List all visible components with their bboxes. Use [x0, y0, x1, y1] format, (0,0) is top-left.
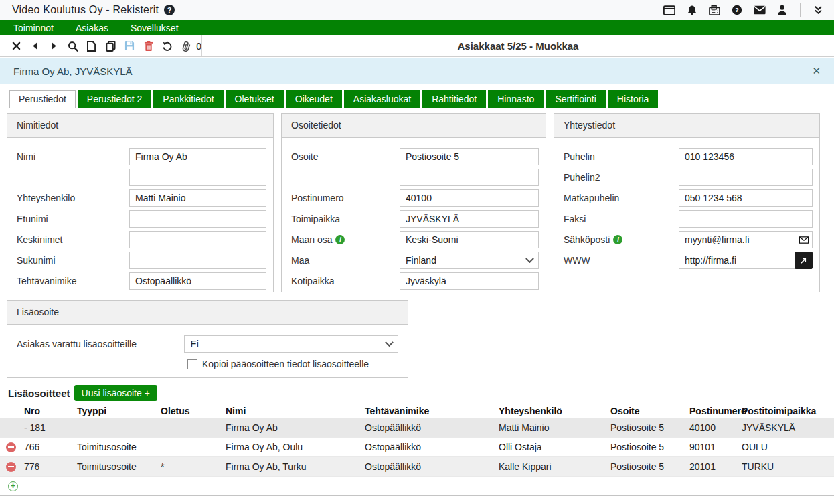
titlebar-icons: ?: [663, 3, 823, 17]
postinumero-label: Postinumero: [291, 193, 400, 203]
add-row: +: [0, 477, 834, 496]
tab-rahtitiedot[interactable]: Rahtitiedot: [422, 90, 486, 108]
infobar-close-icon[interactable]: ✕: [812, 65, 821, 77]
matkapuhelin-input[interactable]: [679, 189, 813, 207]
nimi-input[interactable]: [129, 148, 266, 165]
cell-tyyppi: Toimitusosoite: [74, 442, 157, 452]
col-oletus: Oletus: [157, 406, 226, 416]
user-icon[interactable]: [777, 5, 787, 15]
copy-record-icon[interactable]: [101, 37, 120, 55]
mail-icon[interactable]: [754, 5, 766, 15]
menu-toiminnot[interactable]: Toiminnot: [13, 23, 54, 33]
titlebar: Video Koulutus Oy - Rekisterit ? ?: [0, 0, 834, 20]
maa-select[interactable]: Finland: [400, 252, 539, 269]
sahkoposti-input[interactable]: [679, 231, 795, 248]
puhelin-input[interactable]: [679, 148, 813, 165]
keskinimet-input[interactable]: [129, 231, 266, 248]
www-label: WWW: [564, 255, 679, 266]
table-row[interactable]: 776 Toimitusosoite * Firma Oy Ab, Turku …: [0, 457, 834, 477]
panels-row: Nimitiedot Nimi Yhteyshenkilö Etunimi Ke…: [7, 113, 834, 292]
open-link-button[interactable]: [795, 252, 813, 269]
cell-tehtavanimike: Ostopäällikkö: [365, 422, 499, 433]
cell-oletus: *: [157, 461, 226, 472]
osoite2-input[interactable]: [400, 169, 539, 186]
tab-oletukset[interactable]: Oletukset: [226, 90, 284, 108]
puhelin2-input[interactable]: [679, 169, 813, 186]
tab-sertifiointi[interactable]: Sertifiointi: [546, 90, 605, 108]
varattu-label: Asiakas varattu lisäosoitteille: [17, 339, 184, 349]
remove-row-icon[interactable]: [6, 462, 16, 472]
cell-postitoimipaikka: OULU: [742, 442, 834, 452]
puhelin-label: Puhelin: [564, 151, 679, 162]
nimi2-input[interactable]: [129, 169, 266, 186]
cell-yhteyshenkilo: Kalle Kippari: [499, 461, 610, 472]
cell-postinumero: 20101: [689, 461, 742, 472]
collapse-chevrons-icon[interactable]: [813, 5, 823, 15]
info-icon[interactable]: i: [613, 235, 622, 244]
toimipaikka-input[interactable]: [400, 210, 539, 228]
new-address-button[interactable]: Uusi lisäosoite +: [74, 385, 157, 401]
window-icon[interactable]: [663, 5, 675, 15]
infobar: Firma Oy Ab, JYVÄSKYLÄ ✕: [0, 58, 834, 84]
tehtavanimike-label: Tehtävänimike: [17, 276, 129, 286]
col-nro: Nro: [17, 406, 74, 416]
tab-hinnasto[interactable]: Hinnasto: [488, 90, 544, 108]
tab-pankkitiedot[interactable]: Pankkitiedot: [153, 90, 223, 108]
send-email-button[interactable]: [795, 231, 813, 248]
fax-icon[interactable]: [709, 5, 720, 15]
cell-nimi: Firma Oy Ab: [226, 422, 365, 433]
cell-postitoimipaikka: TURKU: [742, 461, 834, 472]
yhteyshenkilo-input[interactable]: [129, 189, 266, 207]
cell-nro: - 181: [17, 422, 74, 433]
add-row-icon[interactable]: +: [8, 481, 18, 491]
lisaosoitteet-title: Lisäosoitteet: [8, 388, 70, 399]
menu-sovellukset[interactable]: Sovellukset: [131, 23, 179, 33]
col-nimi: Nimi: [226, 406, 365, 416]
sukunimi-input[interactable]: [129, 252, 266, 269]
save-icon[interactable]: [120, 37, 139, 55]
cell-osoite: Postiosoite 5: [610, 442, 689, 452]
faksi-input[interactable]: [679, 210, 813, 228]
kotipaikka-label: Kotipaikka: [291, 276, 400, 286]
help-icon[interactable]: ?: [732, 5, 742, 15]
previous-record-button[interactable]: [25, 37, 44, 55]
cell-postitoimipaikka: JYVÄSKYLÄ: [742, 422, 834, 433]
maan-osa-label: Maan osai: [291, 234, 400, 245]
kopioi-checkbox[interactable]: [187, 359, 197, 369]
varattu-select[interactable]: Ei: [184, 335, 398, 353]
toolbar-title-area: Asiakkaat 5/25 - Muokkaa: [202, 35, 834, 56]
kotipaikka-input[interactable]: [400, 272, 539, 290]
new-record-icon[interactable]: [82, 37, 101, 55]
notifications-bell-icon[interactable]: [687, 5, 697, 15]
table-row[interactable]: - 181 Firma Oy Ab Ostopäällikkö Matti Ma…: [0, 418, 834, 438]
help-circle-icon[interactable]: ?: [164, 5, 175, 15]
tab-perustiedot-2[interactable]: Perustiedot 2: [78, 90, 152, 108]
cell-nimi: Firma Oy Ab, Oulu: [226, 442, 365, 452]
osoite-input[interactable]: [400, 148, 539, 165]
tehtavanimike-input[interactable]: [129, 272, 266, 290]
tab-oikeudet[interactable]: Oikeudet: [286, 90, 342, 108]
tab-historia[interactable]: Historia: [608, 90, 658, 108]
undo-icon[interactable]: [158, 37, 177, 55]
postinumero-input[interactable]: [400, 189, 539, 207]
close-record-button[interactable]: [7, 37, 25, 55]
menu-asiakas[interactable]: Asiakas: [76, 23, 108, 33]
table-row[interactable]: 766 Toimitusosoite Firma Oy Ab, Oulu Ost…: [0, 438, 834, 457]
attachment-icon[interactable]: [177, 37, 195, 55]
search-icon[interactable]: [64, 37, 82, 55]
www-input[interactable]: [679, 252, 795, 269]
panel-nimitiedot-title: Nimitiedot: [7, 114, 273, 138]
remove-row-icon[interactable]: [6, 442, 16, 452]
maan-osa-input[interactable]: [400, 231, 539, 248]
cell-tehtavanimike: Ostopäällikkö: [365, 442, 499, 452]
record-title: Asiakkaat 5/25 - Muokkaa: [458, 40, 579, 52]
next-record-button[interactable]: [44, 37, 63, 55]
delete-icon[interactable]: [139, 37, 158, 55]
cell-yhteyshenkilo: Olli Ostaja: [499, 442, 610, 452]
tab-perustiedot[interactable]: Perustiedot: [9, 90, 76, 108]
tab-asiakasluokat[interactable]: Asiakasluokat: [344, 90, 420, 108]
etunimi-input[interactable]: [129, 210, 266, 228]
info-icon[interactable]: i: [335, 235, 345, 244]
yhteyshenkilo-label: Yhteyshenkilö: [17, 193, 129, 203]
puhelin2-label: Puhelin2: [564, 172, 679, 183]
